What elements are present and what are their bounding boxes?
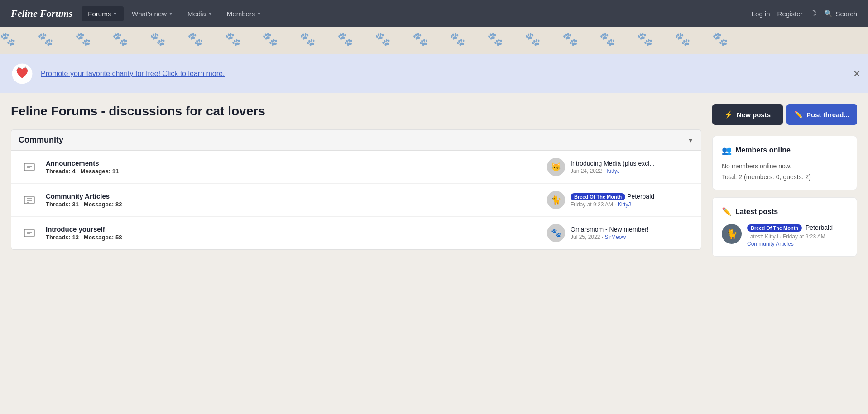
nav-bar: Feline Forums Forums ▼ What's new ▼ Medi… xyxy=(0,0,868,27)
section-title: Community xyxy=(19,135,63,145)
latest-post-title[interactable]: Breed Of The Month Peterbald xyxy=(747,224,848,232)
forum-latest-introduce: 🐾 Omarsmom - New member! Jul 25, 2022 · … xyxy=(547,224,692,242)
charity-close-button[interactable]: ✕ xyxy=(853,68,861,79)
forum-list: Announcements Threads: 4 Messages: 11 🐱 xyxy=(11,150,701,250)
nav-right: Log in Register ☽ 🔍 Search xyxy=(752,9,857,19)
nav-members[interactable]: Members ▼ xyxy=(221,6,268,21)
forum-row: Announcements Threads: 4 Messages: 11 🐱 xyxy=(11,151,701,184)
site-logo[interactable]: Feline Forums xyxy=(11,8,72,19)
chevron-down-icon: ▼ xyxy=(257,11,261,16)
nav-items: Forums ▼ What's new ▼ Media ▼ Members ▼ xyxy=(82,6,751,21)
forum-stats-community-articles: Threads: 31 Messages: 82 xyxy=(46,201,540,208)
sidebar-right: ⚡ New posts ✏️ Post thread... 👥 Members … xyxy=(712,104,857,264)
latest-post-avatar: 🐈 xyxy=(722,224,742,244)
latest-badge: Breed Of The Month xyxy=(747,224,802,232)
forum-info-community-articles: Community Articles Threads: 31 Messages:… xyxy=(46,192,540,208)
forum-latest-community-articles: 🐈 Breed Of The MonthPeterbald Friday at … xyxy=(547,191,692,209)
lightning-icon: ⚡ xyxy=(724,110,733,119)
latest-post-info: Breed Of The Month Peterbald Latest: Kit… xyxy=(747,224,848,247)
chevron-down-icon: ▼ xyxy=(208,11,212,16)
latest-post-item: 🐈 Breed Of The Month Peterbald Latest: K… xyxy=(722,224,848,247)
latest-meta-introduce: Jul 25, 2022 · SirMeow xyxy=(571,234,692,240)
latest-posts-title: ✏️ Latest posts xyxy=(722,207,848,217)
latest-title-community-articles[interactable]: Breed Of The MonthPeterbald xyxy=(571,193,692,200)
page-title: Feline Forums - discussions for cat love… xyxy=(11,104,701,119)
edit-icon: ✏️ xyxy=(794,110,803,119)
forum-row: Introduce yourself Threads: 13 Messages:… xyxy=(11,217,701,249)
new-posts-button[interactable]: ⚡ New posts xyxy=(712,104,783,125)
forum-name-community-articles[interactable]: Community Articles xyxy=(46,192,540,200)
forum-icon-community-articles xyxy=(20,191,38,209)
community-section: Community ▼ Announcements xyxy=(11,129,701,250)
latest-post-forum[interactable]: Community Articles xyxy=(747,241,848,247)
members-online-card: 👥 Members online No members online now. … xyxy=(712,136,857,190)
forum-name-introduce[interactable]: Introduce yourself xyxy=(46,225,540,233)
avatar-community-articles: 🐈 xyxy=(547,191,565,209)
chevron-down-icon: ▼ xyxy=(168,11,173,16)
members-online-title: 👥 Members online xyxy=(722,145,848,155)
breed-of-month-badge: Breed Of The Month xyxy=(571,193,625,200)
forum-icon-introduce xyxy=(20,224,38,242)
latest-meta-announcements: Jan 24, 2022 · KittyJ xyxy=(571,168,692,174)
login-link[interactable]: Log in xyxy=(752,10,770,18)
latest-posts-card: ✏️ Latest posts 🐈 Breed Of The Month Pet… xyxy=(712,197,857,257)
latest-title-introduce[interactable]: Omarsmom - New member! xyxy=(571,226,692,233)
avatar-announcements: 🐱 xyxy=(547,158,565,176)
charity-banner: Promote your favorite charity for free! … xyxy=(0,54,868,93)
forum-info-introduce: Introduce yourself Threads: 13 Messages:… xyxy=(46,225,540,241)
forum-row: Community Articles Threads: 31 Messages:… xyxy=(11,184,701,217)
pencil-icon: ✏️ xyxy=(722,207,732,217)
forum-icon-announcements xyxy=(20,158,38,176)
latest-title-announcements[interactable]: Introducing Media (plus excl... xyxy=(571,160,692,167)
action-buttons: ⚡ New posts ✏️ Post thread... xyxy=(712,104,857,125)
svg-rect-10 xyxy=(24,229,34,237)
section-header: Community ▼ xyxy=(11,129,701,150)
dark-mode-toggle[interactable]: ☽ xyxy=(810,9,817,19)
latest-post-meta: Latest: KittyJ · Friday at 9:23 AM xyxy=(747,233,848,240)
register-link[interactable]: Register xyxy=(777,10,803,18)
search-icon: 🔍 xyxy=(824,10,833,18)
nav-forums[interactable]: Forums ▼ xyxy=(82,6,124,21)
forum-info-announcements: Announcements Threads: 4 Messages: 11 xyxy=(46,159,540,175)
forum-latest-announcements: 🐱 Introducing Media (plus excl... Jan 24… xyxy=(547,158,692,176)
hero-paw-banner xyxy=(0,27,868,54)
forum-stats-introduce: Threads: 13 Messages: 58 xyxy=(46,234,540,241)
latest-meta-community-articles: Friday at 9:23 AM · KittyJ xyxy=(571,201,692,208)
search-button[interactable]: 🔍 Search xyxy=(824,10,857,18)
main-content: Feline Forums - discussions for cat love… xyxy=(0,93,868,275)
section-collapse-toggle[interactable]: ▼ xyxy=(687,137,694,144)
forum-name-announcements[interactable]: Announcements xyxy=(46,159,540,167)
charity-icon xyxy=(11,62,34,85)
content-left: Feline Forums - discussions for cat love… xyxy=(11,104,701,264)
svg-rect-3 xyxy=(24,163,34,171)
members-icon: 👥 xyxy=(722,145,732,155)
no-members-text: No members online now. xyxy=(722,162,848,170)
members-total-text: Total: 2 (members: 0, guests: 2) xyxy=(722,173,848,181)
forum-stats-announcements: Threads: 4 Messages: 11 xyxy=(46,168,540,175)
avatar-introduce: 🐾 xyxy=(547,224,565,242)
nav-media[interactable]: Media ▼ xyxy=(181,6,219,21)
chevron-down-icon: ▼ xyxy=(113,11,117,16)
post-thread-button[interactable]: ✏️ Post thread... xyxy=(786,104,857,125)
nav-whats-new[interactable]: What's new ▼ xyxy=(125,6,179,21)
charity-link[interactable]: Promote your favorite charity for free! … xyxy=(41,70,225,78)
